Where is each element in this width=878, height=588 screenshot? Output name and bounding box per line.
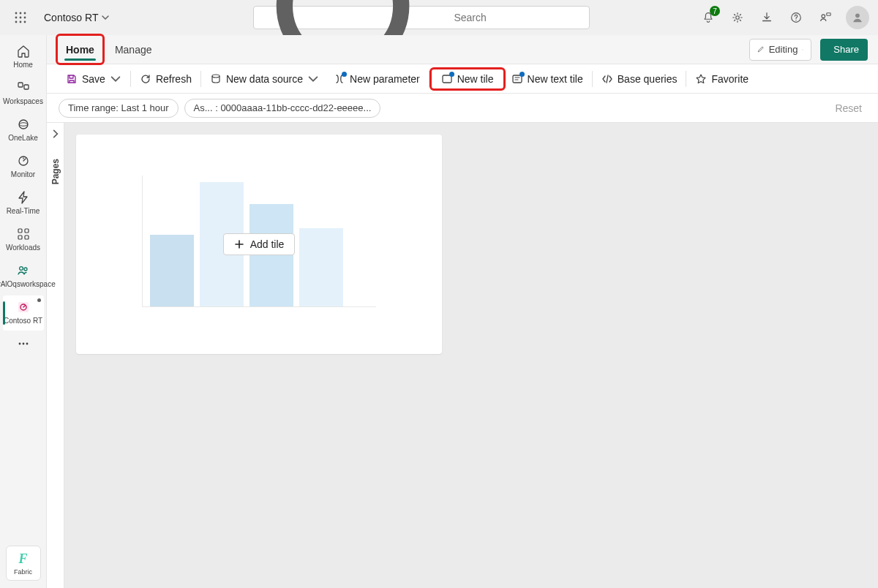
nav-my-workspace[interactable]: myAlOqsworkspace [3, 259, 44, 294]
ribbon-label: New data source [226, 73, 303, 85]
svg-point-13 [822, 15, 825, 18]
refresh-button[interactable]: Refresh [132, 69, 199, 89]
new-parameter-button[interactable]: New parameter [326, 69, 427, 89]
asset-pill[interactable]: As... : 0000aaaa-11bb-cccc-dd22-eeeee... [184, 99, 381, 118]
download-icon [760, 11, 773, 24]
chevron-right-icon[interactable] [50, 129, 61, 141]
nav-monitor[interactable]: Monitor [3, 149, 44, 184]
share-button[interactable]: Share [820, 39, 868, 61]
settings-button[interactable] [724, 4, 751, 31]
nav-home[interactable]: Home [3, 39, 44, 75]
svg-point-5 [24, 17, 26, 19]
editing-dropdown[interactable]: Editing [749, 39, 812, 61]
svg-point-31 [212, 75, 220, 78]
nav-label: Workspaces [3, 97, 43, 105]
nav-label: Contoso RT [4, 317, 42, 325]
gear-icon [731, 11, 744, 24]
ribbon-label: New parameter [350, 73, 420, 85]
svg-point-28 [18, 343, 20, 345]
svg-point-7 [20, 21, 22, 23]
main-area: Home Manage Editing Share Save [47, 35, 878, 588]
text-tile-icon [511, 73, 523, 85]
chevron-down-icon [307, 73, 319, 85]
nav-label: myAlOqsworkspace [0, 280, 56, 288]
nav-onelake[interactable]: OneLake [3, 113, 44, 148]
nav-realtime[interactable]: Real-Time [3, 186, 44, 221]
base-queries-button[interactable]: Base queries [594, 69, 685, 89]
person-feedback-icon [819, 11, 832, 24]
svg-point-29 [22, 343, 24, 345]
svg-point-25 [24, 268, 27, 271]
ribbon-label: Favorite [711, 73, 748, 85]
reset-button[interactable]: Reset [826, 102, 866, 114]
editing-label: Editing [769, 44, 798, 55]
new-text-tile-button[interactable]: New text tile [504, 69, 590, 89]
search-input[interactable] [454, 12, 582, 23]
nav-more[interactable] [3, 332, 44, 357]
pill-label: Time range: Last 1 hour [68, 102, 169, 113]
ribbon-label: New tile [457, 73, 494, 85]
ribbon-label: Base queries [618, 73, 678, 85]
ribbon-label: New text tile [528, 73, 583, 85]
pages-rail[interactable]: Pages [47, 123, 64, 588]
nav-workspaces[interactable]: Workspaces [3, 76, 44, 111]
add-tile-button[interactable]: Add tile [223, 233, 296, 255]
fabric-switcher[interactable]: F Fabric [6, 546, 41, 581]
workspace-breadcrumb[interactable]: Contoso RT [38, 7, 116, 28]
reset-label: Reset [835, 102, 862, 114]
tab-label: Home [66, 44, 94, 56]
time-range-pill[interactable]: Time range: Last 1 hour [59, 99, 179, 118]
monitor-icon [16, 154, 31, 168]
parameter-icon [334, 73, 345, 85]
new-tile-button[interactable]: New tile [431, 69, 504, 89]
tab-manage[interactable]: Manage [106, 35, 161, 64]
svg-rect-23 [25, 235, 29, 239]
pages-label: Pages [50, 159, 61, 184]
fabric-label: Fabric [14, 568, 32, 576]
nav-contoso-rt[interactable]: Contoso RT [3, 295, 44, 331]
plus-icon [234, 239, 244, 249]
chevron-down-icon [110, 73, 121, 85]
nav-label: Monitor [11, 170, 35, 178]
nav-label: Real-Time [7, 207, 40, 215]
add-tile-label: Add tile [250, 238, 285, 250]
empty-tile[interactable]: Add tile [76, 135, 442, 354]
avatar[interactable] [846, 6, 869, 29]
svg-point-12 [795, 20, 796, 20]
nav-label: OneLake [8, 134, 38, 142]
svg-point-3 [15, 17, 18, 19]
workloads-icon [16, 227, 31, 241]
tab-home[interactable]: Home [57, 35, 103, 64]
notifications-button[interactable]: 7 [695, 4, 721, 31]
svg-point-4 [20, 17, 22, 19]
search-box[interactable] [253, 6, 590, 29]
svg-point-8 [24, 21, 26, 23]
new-data-source-button[interactable]: New data source [203, 69, 326, 89]
more-icon [16, 336, 31, 351]
star-icon [695, 73, 707, 85]
nav-workloads[interactable]: Workloads [3, 222, 44, 257]
svg-rect-32 [443, 75, 451, 83]
ribbon-label: Refresh [156, 73, 192, 85]
feedback-button[interactable] [812, 4, 838, 31]
svg-rect-14 [827, 13, 830, 16]
svg-rect-17 [24, 85, 29, 89]
database-icon [210, 73, 222, 85]
favorite-button[interactable]: Favorite [688, 69, 756, 89]
canvas[interactable]: Add tile [64, 123, 878, 588]
app-launcher-icon[interactable] [9, 6, 32, 29]
topbar: Contoso RT 7 [0, 0, 878, 35]
ribbon: Save Refresh New data source New paramet… [47, 64, 878, 94]
left-nav: Home Workspaces OneLake Monitor Real-Tim… [0, 35, 47, 588]
nav-label: Workloads [6, 244, 40, 252]
refresh-icon [140, 73, 151, 85]
workspace-name: Contoso RT [44, 12, 98, 23]
tab-label: Manage [115, 44, 152, 56]
workspaces-icon [16, 80, 31, 95]
save-button[interactable]: Save [59, 69, 129, 89]
svg-rect-16 [18, 83, 23, 87]
download-button[interactable] [754, 4, 780, 31]
code-icon [601, 73, 613, 85]
svg-point-1 [20, 12, 22, 15]
help-button[interactable] [783, 4, 809, 31]
